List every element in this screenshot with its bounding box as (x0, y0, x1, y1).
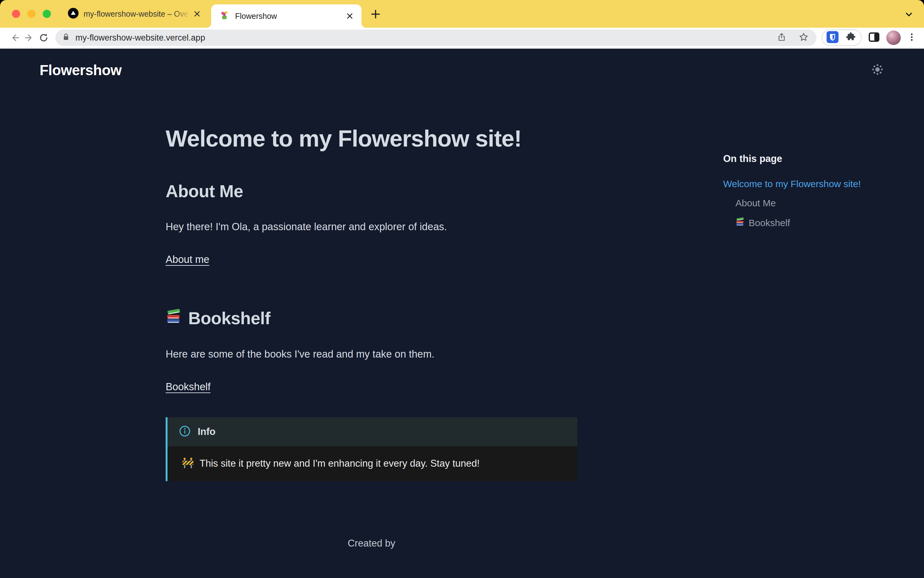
close-window-button[interactable] (12, 10, 20, 18)
construction-icon (181, 456, 194, 471)
extensions-area (822, 29, 862, 46)
toc-item-label: About Me (735, 198, 776, 208)
page-title: Welcome to my Flowershow site! (166, 127, 577, 151)
toc-item-label: Bookshelf (749, 218, 790, 228)
tab-title: Flowershow (235, 11, 345, 21)
document-content: Welcome to my Flowershow site! About Me … (166, 127, 577, 578)
tab-flowershow[interactable]: Flowershow (211, 5, 361, 28)
toc-item-about-me[interactable]: About Me (735, 198, 874, 208)
books-icon (735, 217, 745, 229)
on-this-page-toc: On this page Welcome to my Flowershow si… (723, 153, 874, 229)
info-callout-header: Info (168, 417, 577, 446)
site-logo[interactable]: Flowershow (40, 62, 121, 79)
toc-heading: On this page (723, 153, 874, 164)
site-page: Flowershow Welcome to my Flowershow site… (0, 49, 924, 578)
forward-arrow-icon[interactable] (22, 31, 36, 45)
toc-item-bookshelf[interactable]: Bookshelf (735, 217, 874, 229)
close-tab-icon[interactable] (192, 8, 202, 19)
tab-bar: my-flowershow-website – Ove Flowershow (0, 0, 924, 28)
url-text: my-flowershow-website.vercel.app (75, 33, 776, 43)
profile-avatar[interactable] (886, 31, 901, 45)
extensions-puzzle-icon[interactable] (845, 31, 857, 44)
back-arrow-icon[interactable] (8, 31, 22, 45)
lock-icon (61, 32, 71, 44)
bouquet-icon (219, 10, 230, 22)
bookshelf-paragraph: Here are some of the books I've read and… (166, 347, 577, 362)
close-tab-icon[interactable] (345, 11, 355, 21)
tab-title: my-flowershow-website – Ove (84, 10, 192, 19)
reload-icon[interactable] (36, 31, 51, 45)
zoom-window-button[interactable] (43, 10, 51, 18)
info-callout: Info (166, 417, 577, 481)
bookmark-star-icon[interactable] (798, 32, 809, 44)
tab-vercel-dashboard[interactable]: my-flowershow-website – Ove (60, 0, 207, 28)
window-controls (12, 10, 51, 18)
share-icon[interactable] (776, 32, 787, 44)
about-me-link[interactable]: About me (166, 254, 209, 265)
sun-icon (870, 62, 885, 78)
toc-item-welcome[interactable]: Welcome to my Flowershow site! (723, 179, 874, 189)
callout-text: This site it pretty new and I'm enhancin… (199, 458, 480, 469)
bookshelf-link[interactable]: Bookshelf (166, 381, 210, 393)
section-heading-about-me: About Me (166, 181, 577, 201)
callout-title: Info (198, 426, 215, 437)
toc-item-label: Welcome to my Flowershow site! (723, 179, 861, 189)
bitwarden-icon[interactable] (827, 31, 838, 44)
vercel-icon (68, 8, 79, 20)
section-heading-label: Bookshelf (188, 308, 270, 328)
info-circle-icon (179, 425, 191, 438)
new-tab-button[interactable] (368, 7, 383, 21)
address-bar[interactable]: my-flowershow-website.vercel.app (55, 29, 817, 46)
kebab-menu-icon[interactable] (906, 32, 917, 44)
site-header: Flowershow (0, 49, 924, 91)
about-me-paragraph: Hey there! I'm Ola, a passionate learner… (166, 219, 577, 234)
site-footer: Created by Made with Flowershow (166, 538, 577, 578)
books-icon (166, 308, 182, 329)
created-by-text: Created by (166, 538, 577, 549)
info-callout-body: This site it pretty new and I'm enhancin… (168, 446, 577, 481)
tab-search-chevron-down-icon[interactable] (903, 8, 915, 21)
browser-window: my-flowershow-website – Ove Flowershow (0, 0, 924, 578)
section-heading-bookshelf: Bookshelf (166, 308, 577, 329)
side-panel-icon[interactable] (867, 31, 880, 45)
minimize-window-button[interactable] (28, 10, 36, 18)
browser-toolbar: my-flowershow-website.vercel.app (0, 28, 924, 49)
theme-toggle-button[interactable] (869, 62, 886, 78)
